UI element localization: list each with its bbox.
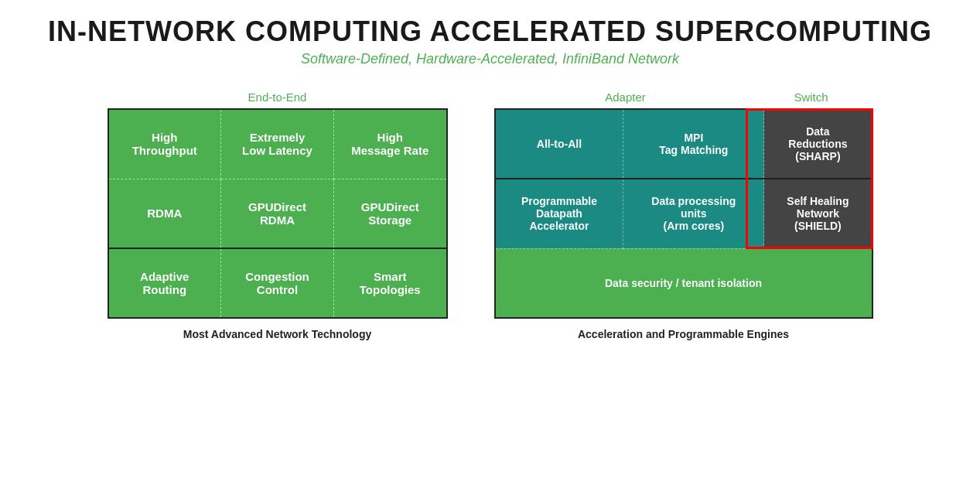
cell-smart-topologies: Smart Topologies [334, 248, 447, 318]
left-diagram: End-to-End High Throughput Extremely Low… [108, 91, 448, 340]
cell-high-message-rate: High Message Rate [334, 109, 447, 179]
table-row: Adaptive Routing Congestion Control Smar… [108, 248, 447, 318]
table-row: RDMA GPUDirect RDMA GPUDirect Storage [108, 179, 447, 248]
right-caption: Acceleration and Programmable Engines [578, 328, 789, 340]
right-grid-wrapper: All-to-All MPI Tag Matching Data Reducti… [494, 108, 873, 319]
diagrams-row: End-to-End High Throughput Extremely Low… [31, 91, 949, 340]
cell-programmable-datapath: Programmable Datapath Accelerator [495, 179, 623, 248]
main-title: IN-NETWORK COMPUTING ACCELERATED SUPERCO… [31, 15, 949, 48]
cell-adaptive-routing: Adaptive Routing [108, 248, 221, 318]
left-caption: Most Advanced Network Technology [183, 328, 371, 340]
cell-congestion-control: Congestion Control [221, 248, 334, 318]
page: IN-NETWORK COMPUTING ACCELERATED SUPERCO… [0, 0, 980, 485]
table-row: All-to-All MPI Tag Matching Data Reducti… [495, 109, 872, 179]
cell-gpudirect-rdma: GPUDirect RDMA [221, 179, 334, 248]
right-diagram: Adapter Switch All-to-All MPI Tag Matchi… [494, 91, 873, 340]
table-row: High Throughput Extremely Low Latency Hi… [108, 109, 447, 179]
table-row: Data security / tenant isolation [495, 248, 872, 318]
table-row: Programmable Datapath Accelerator Data p… [495, 179, 872, 248]
cell-all-to-all: All-to-All [495, 109, 623, 179]
right-label-switch: Switch [750, 91, 873, 104]
cell-data-security: Data security / tenant isolation [495, 248, 872, 318]
cell-mpi-tag-matching: MPI Tag Matching [623, 109, 764, 179]
right-label-adapter: Adapter [494, 91, 750, 104]
cell-rdma: RDMA [108, 179, 221, 248]
cell-data-reductions: Data Reductions (SHARP) [764, 109, 872, 179]
sub-title: Software-Defined, Hardware-Accelerated, … [31, 51, 949, 67]
left-label-top: End-to-End [248, 91, 307, 104]
right-grid: All-to-All MPI Tag Matching Data Reducti… [494, 108, 873, 319]
cell-self-healing-network: Self Healing Network (SHIELD) [764, 179, 872, 248]
right-labels-row: Adapter Switch [494, 91, 873, 104]
cell-extremely-low-latency: Extremely Low Latency [221, 109, 334, 179]
cell-data-processing-units: Data processing units (Arm cores) [623, 179, 764, 248]
cell-high-throughput: High Throughput [108, 109, 221, 179]
cell-gpudirect-storage: GPUDirect Storage [334, 179, 447, 248]
left-grid: High Throughput Extremely Low Latency Hi… [108, 108, 448, 319]
